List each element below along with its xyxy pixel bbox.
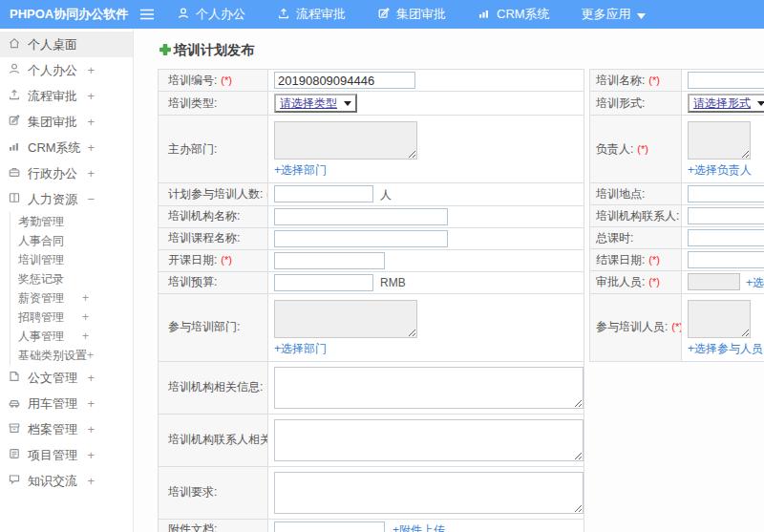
row-training-type: 培训类型: 请选择类型 bbox=[159, 92, 584, 116]
nav-label: CRM系统 bbox=[497, 6, 550, 23]
row-attachment: 附件文档: +附件上传 bbox=[159, 519, 584, 532]
sidebar-item-official-documents[interactable]: 公文管理 + bbox=[0, 365, 133, 391]
field-label: 培训地点: bbox=[596, 187, 645, 201]
sidebar-subitem-attendance[interactable]: 考勤管理 bbox=[11, 212, 133, 231]
row-org-contact: 培训机构联系人: bbox=[590, 205, 764, 227]
sidebar-item-knowledge-exchange[interactable]: 知识交流 + bbox=[0, 468, 133, 494]
sidebar-item-personal-office[interactable]: 个人办公 + bbox=[0, 57, 133, 83]
course-name-input[interactable] bbox=[274, 230, 448, 247]
field-label: 结课日期: bbox=[596, 253, 645, 266]
sidebar-subitem-rewards-punishments[interactable]: 奖惩记录 bbox=[11, 269, 133, 288]
sidebar-subitem-base-category-settings[interactable]: 基础类别设置+ bbox=[11, 346, 133, 365]
sidebar-item-workflow-approval[interactable]: 流程审批 + bbox=[0, 83, 133, 109]
org-name-input[interactable] bbox=[274, 208, 448, 225]
row-training-id: 培训编号:(*) bbox=[159, 70, 584, 92]
row-participating-departments: 参与培训部门: +选择部门 bbox=[159, 293, 584, 361]
sidebar-subitem-label: 基础类别设置 bbox=[18, 348, 87, 364]
training-type-select[interactable]: 请选择类型 bbox=[274, 94, 357, 113]
collapse-toggle: − bbox=[87, 192, 95, 206]
leader-textarea[interactable] bbox=[688, 121, 751, 160]
sidebar-item-label: 知识交流 bbox=[28, 473, 77, 490]
select-approvers-link[interactable]: +选择审批人员 bbox=[746, 276, 764, 289]
field-label: 培训要求: bbox=[168, 485, 217, 499]
field-label: 参与培训部门: bbox=[168, 320, 240, 333]
nav-group-approval[interactable]: 集团审批 bbox=[377, 6, 446, 23]
sidebar-item-group-approval[interactable]: 集团审批 + bbox=[0, 109, 133, 135]
select-trainees-link[interactable]: +选择参与人员 bbox=[688, 341, 763, 357]
field-label: 开课日期: bbox=[168, 253, 217, 266]
expand-toggle: + bbox=[87, 115, 95, 129]
field-label: 培训编号: bbox=[168, 74, 217, 87]
participating-departments-textarea[interactable] bbox=[274, 300, 417, 338]
sidebar-item-label: 档案管理 bbox=[28, 421, 77, 438]
field-label: 培训形式: bbox=[596, 96, 645, 110]
row-approvers: 审批人员:(*) +选择审批人员 bbox=[590, 271, 764, 294]
sidebar-subitem-label: 考勤管理 bbox=[18, 214, 64, 230]
upload-icon bbox=[8, 88, 21, 104]
sidebar-item-archive-management[interactable]: 档案管理 + bbox=[0, 416, 133, 442]
org-contact-info-textarea[interactable] bbox=[274, 419, 584, 461]
sidebar-subitem-salary-management[interactable]: 薪资管理+ bbox=[11, 288, 133, 308]
attachment-upload-link[interactable]: +附件上传 bbox=[393, 523, 445, 532]
select-department-link[interactable]: +选择部门 bbox=[274, 162, 327, 179]
nav-crm-system[interactable]: CRM系统 bbox=[478, 6, 550, 23]
row-total-hours: 总课时: bbox=[590, 227, 764, 249]
nav-workflow-approval[interactable]: 流程审批 bbox=[277, 6, 346, 23]
trainees-textarea[interactable] bbox=[688, 300, 751, 338]
app-logo: PHPOA协同办公软件 bbox=[0, 6, 126, 23]
sidebar-item-human-resources[interactable]: 人力资源 − bbox=[0, 186, 133, 212]
total-hours-input[interactable] bbox=[688, 229, 764, 246]
sidebar-item-label: 个人桌面 bbox=[28, 36, 77, 53]
main-content: 培训计划发布 培训编号:(*) 培训类型: 请选择类型 主办部门: +选择部门 … bbox=[135, 29, 764, 532]
select-department-link[interactable]: +选择部门 bbox=[274, 341, 327, 357]
sidebar-hr-submenu: 考勤管理 人事合同 培训管理 奖惩记录 薪资管理+ 招聘管理+ 人事管理+ 基础… bbox=[10, 212, 133, 365]
sidebar-item-label: 个人办公 bbox=[28, 62, 77, 79]
select-leader-link[interactable]: +选择负责人 bbox=[688, 162, 752, 179]
required-marker: (*) bbox=[648, 276, 660, 287]
field-label: 主办部门: bbox=[168, 142, 217, 156]
budget-input[interactable] bbox=[274, 274, 373, 291]
sidebar-subitem-label: 招聘管理 bbox=[18, 309, 64, 326]
chevron-down-icon bbox=[757, 101, 764, 106]
sidebar-subitem-label: 薪资管理 bbox=[18, 290, 64, 307]
field-label: 参与培训人员: bbox=[596, 320, 668, 333]
sidebar-item-personal-desktop[interactable]: 个人桌面 bbox=[0, 32, 133, 57]
row-course-name: 培训课程名称: bbox=[159, 227, 584, 249]
training-id-input[interactable] bbox=[274, 72, 415, 89]
org-contact-input[interactable] bbox=[688, 207, 764, 224]
sidebar-subitem-hr-contract[interactable]: 人事合同 bbox=[11, 231, 133, 250]
sidebar-subitem-recruitment[interactable]: 招聘管理+ bbox=[11, 308, 133, 327]
unit-suffix: 人 bbox=[380, 188, 392, 202]
user-icon bbox=[8, 62, 21, 78]
row-requirements: 培训要求: bbox=[159, 466, 584, 519]
top-header: PHPOA协同办公软件 个人办公 流程审批 集团审批 CRM系统 更多应用 bbox=[0, 0, 764, 29]
page-title-text: 培训计划发布 bbox=[174, 42, 254, 59]
nav-more-apps[interactable]: 更多应用 bbox=[582, 6, 646, 23]
training-name-input[interactable] bbox=[688, 72, 764, 89]
hamburger-menu-icon[interactable] bbox=[139, 9, 155, 20]
sidebar-item-administrative-office[interactable]: 行政办公 + bbox=[0, 160, 133, 186]
sidebar-item-vehicle-management[interactable]: 用车管理 + bbox=[0, 391, 133, 416]
bar-chart-icon bbox=[478, 7, 491, 23]
org-info-textarea[interactable] bbox=[274, 367, 584, 409]
approvers-input[interactable] bbox=[688, 273, 740, 290]
sidebar-item-crm-system[interactable]: CRM系统 + bbox=[0, 135, 133, 160]
nav-personal-office[interactable]: 个人办公 bbox=[177, 6, 245, 23]
requirements-textarea[interactable] bbox=[274, 472, 584, 514]
required-marker: (*) bbox=[671, 321, 681, 332]
upload-icon bbox=[277, 7, 290, 23]
sidebar-subitem-training-management[interactable]: 培训管理 bbox=[11, 250, 133, 269]
end-date-input[interactable] bbox=[688, 251, 764, 268]
briefcase-icon bbox=[8, 165, 21, 181]
sidebar-subitem-personnel[interactable]: 人事管理+ bbox=[11, 327, 133, 346]
training-form-select[interactable]: 请选择形式 bbox=[688, 94, 764, 113]
expand-toggle: + bbox=[87, 166, 95, 181]
planned-participants-input[interactable] bbox=[274, 185, 373, 202]
field-label: 负责人: bbox=[596, 142, 633, 156]
host-department-textarea[interactable] bbox=[274, 121, 417, 160]
sidebar-item-label: 行政办公 bbox=[28, 165, 77, 182]
location-input[interactable] bbox=[688, 185, 764, 202]
attachment-input[interactable] bbox=[274, 521, 385, 532]
start-date-input[interactable] bbox=[274, 252, 385, 269]
sidebar-item-project-management[interactable]: 项目管理 + bbox=[0, 442, 133, 468]
